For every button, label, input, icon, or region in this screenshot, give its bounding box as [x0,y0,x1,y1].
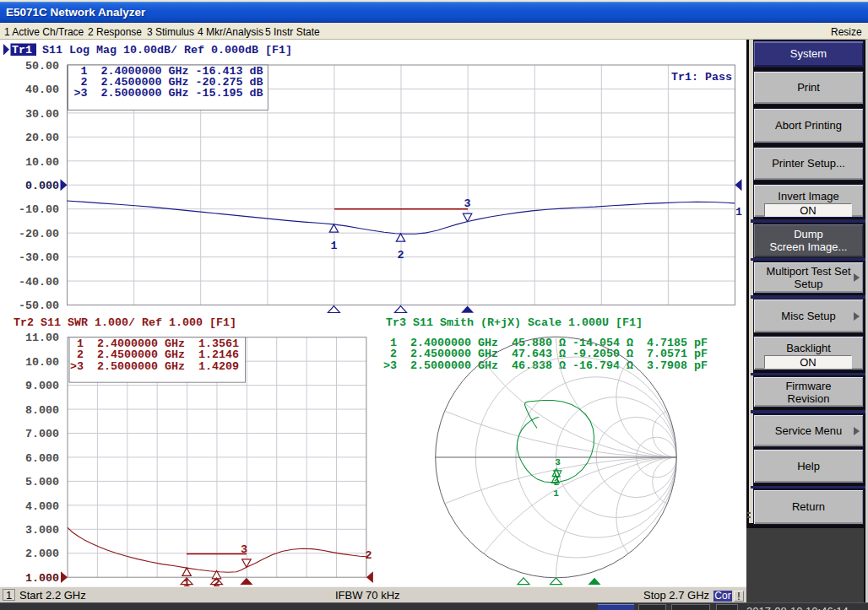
svg-text:Tr2 S11 SWR 1.000/ Ref 1.000 [: Tr2 S11 SWR 1.000/ Ref 1.000 [F1] [14,316,236,329]
svg-text:1: 1 [553,489,559,499]
svg-text:>3 2.5000000 GHz 46.838 Ω -1: >3 2.5000000 GHz 46.838 Ω -16.794 Ω 3.79… [383,359,708,372]
svg-text:3: 3 [464,197,471,210]
svg-text:2.000: 2.000 [25,548,59,560]
svg-text:S11 Log Mag 10.00dB/ Ref 0.000: S11 Log Mag 10.00dB/ Ref 0.000dB [F1] [42,44,292,57]
svg-text:20.00: 20.00 [25,132,59,144]
svg-text:1: 1 [735,206,742,219]
svg-text:2: 2 [366,549,372,562]
svg-text:3: 3 [555,457,561,467]
svg-text:-30.00: -30.00 [19,251,59,264]
svg-text:8.000: 8.000 [25,404,59,417]
svg-text:1: 1 [330,240,337,252]
svg-text:>3 2.5000000 GHz 1.4209: >3 2.5000000 GHz 1.4209 [70,360,239,373]
svg-text:5.000: 5.000 [25,476,59,489]
svg-text:Tr1: Tr1 [12,44,32,57]
svg-text:-50.00: -50.00 [19,300,59,312]
svg-text:0.000: 0.000 [25,180,59,192]
svg-text:3: 3 [241,543,247,556]
svg-text:7.000: 7.000 [25,428,59,440]
svg-text:50.00: 50.00 [25,60,59,73]
svg-text:>3 2.5000000 GHz -15.195 dB: >3 2.5000000 GHz -15.195 dB [74,87,263,100]
svg-text:1.000: 1.000 [25,572,59,585]
svg-text:-10.00: -10.00 [19,203,59,216]
svg-text:3.000: 3.000 [25,524,59,537]
svg-text:Tr3 S11 Smith (R+jX) Scale 1.0: Tr3 S11 Smith (R+jX) Scale 1.000U [F1] [386,316,643,329]
svg-text:2: 2 [398,249,404,262]
svg-text:40.00: 40.00 [25,84,59,96]
svg-text:11.00: 11.00 [25,332,59,344]
svg-text:-40.00: -40.00 [19,276,59,289]
svg-text:-20.00: -20.00 [19,228,59,240]
svg-text:4.000: 4.000 [25,500,59,513]
svg-text:10.00: 10.00 [25,156,59,169]
svg-text:Tr1: Pass: Tr1: Pass [671,71,732,84]
svg-text:9.000: 9.000 [25,380,59,392]
svg-text:2: 2 [554,478,560,488]
svg-text:6.000: 6.000 [25,452,59,465]
svg-text:30.00: 30.00 [25,108,59,121]
svg-text:10.00: 10.00 [25,356,59,369]
